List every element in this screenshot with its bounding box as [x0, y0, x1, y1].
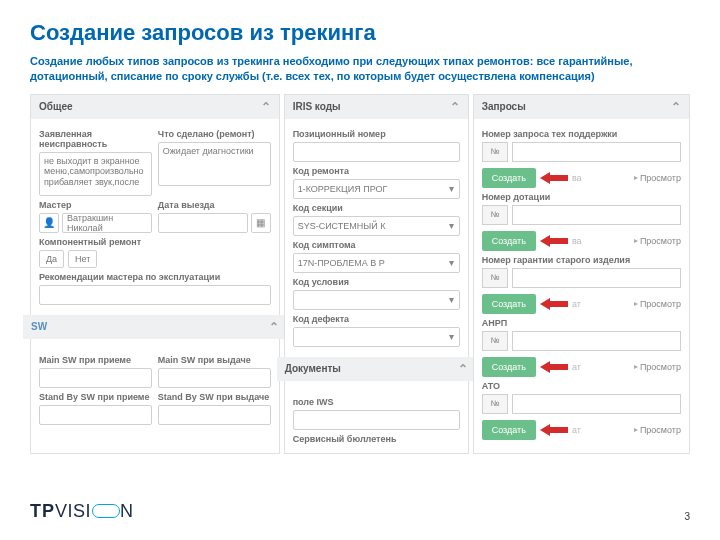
- main-sw-out-label: Main SW при выдаче: [158, 355, 271, 365]
- view-tech-link[interactable]: Просмотр: [634, 173, 681, 183]
- svg-marker-1: [540, 235, 568, 247]
- collapse-icon[interactable]: ⌃: [458, 362, 468, 376]
- annotation-arrow-icon: [540, 233, 568, 249]
- annotation-arrow-icon: [540, 359, 568, 375]
- recommendations-input[interactable]: [39, 285, 271, 305]
- view-anrp-link[interactable]: Просмотр: [634, 362, 681, 372]
- general-header[interactable]: Общее ⌃: [31, 95, 279, 119]
- page-title: Создание запросов из трекинга: [30, 20, 690, 46]
- collapse-icon[interactable]: ⌃: [269, 320, 279, 334]
- subsidy-number-input[interactable]: [512, 205, 681, 225]
- num-label: №: [482, 142, 508, 162]
- anrp-number-input[interactable]: [512, 331, 681, 351]
- repair-code-label: Код ремонта: [293, 166, 460, 176]
- fault-textarea[interactable]: не выходит в экранное меню,самопроизволь…: [39, 152, 152, 196]
- annotation-arrow-icon: [540, 422, 568, 438]
- subsidy-label: Номер дотации: [482, 192, 681, 202]
- create-ato-button[interactable]: Создать: [482, 420, 536, 440]
- date-label: Дата выезда: [158, 200, 271, 210]
- main-sw-in-label: Main SW при приеме: [39, 355, 152, 365]
- user-icon[interactable]: 👤: [39, 213, 59, 233]
- brand-logo: TPVISIN: [30, 501, 134, 522]
- page-subtitle: Создание любых типов запросов из трекинг…: [30, 54, 690, 84]
- tech-number-input[interactable]: [512, 142, 681, 162]
- main-sw-in-input[interactable]: [39, 368, 152, 388]
- tracking-form: Общее ⌃ Заявленная неисправность не выхо…: [30, 94, 690, 454]
- fault-label: Заявленная неисправность: [39, 129, 152, 149]
- condition-code-label: Код условия: [293, 277, 460, 287]
- view-ato-link[interactable]: Просмотр: [634, 425, 681, 435]
- standby-sw-in-label: Stand By SW при приеме: [39, 392, 152, 402]
- warranty-old-number-input[interactable]: [512, 268, 681, 288]
- anrp-label: АНРП: [482, 318, 681, 328]
- create-warranty-old-button[interactable]: Создать: [482, 294, 536, 314]
- pos-input[interactable]: [293, 142, 460, 162]
- calendar-icon[interactable]: ▦: [251, 213, 271, 233]
- collapse-icon[interactable]: ⌃: [671, 100, 681, 114]
- svg-marker-0: [540, 172, 568, 184]
- view-subsidy-link[interactable]: Просмотр: [634, 236, 681, 246]
- num-label: №: [482, 268, 508, 288]
- requests-header[interactable]: Запросы ⌃: [474, 95, 689, 119]
- done-label: Что сделано (ремонт): [158, 129, 271, 139]
- condition-code-select[interactable]: [293, 290, 460, 310]
- iws-label: поле IWS: [293, 397, 460, 407]
- pos-label: Позиционный номер: [293, 129, 460, 139]
- standby-sw-out-input[interactable]: [158, 405, 271, 425]
- standby-sw-in-input[interactable]: [39, 405, 152, 425]
- documents-header[interactable]: Документы ⌃: [277, 357, 476, 381]
- section-code-select[interactable]: SYS-СИСТЕМНЫЙ К: [293, 216, 460, 236]
- symptom-code-label: Код симптома: [293, 240, 460, 250]
- num-label: №: [482, 205, 508, 225]
- master-label: Мастер: [39, 200, 152, 210]
- component-yes-button[interactable]: Да: [39, 250, 64, 268]
- recommendations-label: Рекомендации мастера по эксплуатации: [39, 272, 271, 282]
- create-subsidy-button[interactable]: Создать: [482, 231, 536, 251]
- col-iris: IRIS коды ⌃ Позиционный номер Код ремонт…: [284, 94, 469, 454]
- create-anrp-button[interactable]: Создать: [482, 357, 536, 377]
- view-warranty-old-link[interactable]: Просмотр: [634, 299, 681, 309]
- ato-number-input[interactable]: [512, 394, 681, 414]
- annotation-arrow-icon: [540, 296, 568, 312]
- done-textarea[interactable]: Ожидает диагностики: [158, 142, 271, 186]
- create-tech-button[interactable]: Создать: [482, 168, 536, 188]
- standby-sw-out-label: Stand By SW при выдаче: [158, 392, 271, 402]
- tech-label: Номер запроса тех поддержки: [482, 129, 681, 139]
- collapse-icon[interactable]: ⌃: [261, 100, 271, 114]
- ato-label: АТО: [482, 381, 681, 391]
- col-general: Общее ⌃ Заявленная неисправность не выхо…: [30, 94, 280, 454]
- svg-marker-4: [540, 424, 568, 436]
- num-label: №: [482, 394, 508, 414]
- section-code-label: Код секции: [293, 203, 460, 213]
- warranty-old-label: Номер гарантии старого изделия: [482, 255, 681, 265]
- sb-label: Сервисный бюллетень: [293, 434, 460, 444]
- col-requests: Запросы ⌃ Номер запроса тех поддержки № …: [473, 94, 690, 454]
- sw-header[interactable]: SW ⌃: [23, 315, 287, 339]
- svg-marker-2: [540, 298, 568, 310]
- repair-code-select[interactable]: 1-КОРРЕКЦИЯ ПРОГ: [293, 179, 460, 199]
- iws-input[interactable]: [293, 410, 460, 430]
- main-sw-out-input[interactable]: [158, 368, 271, 388]
- collapse-icon[interactable]: ⌃: [450, 100, 460, 114]
- component-label: Компонентный ремонт: [39, 237, 271, 247]
- component-no-button[interactable]: Нет: [68, 250, 97, 268]
- date-input[interactable]: [158, 213, 248, 233]
- num-label: №: [482, 331, 508, 351]
- page-number: 3: [684, 511, 690, 522]
- svg-marker-3: [540, 361, 568, 373]
- defect-code-label: Код дефекта: [293, 314, 460, 324]
- symptom-code-select[interactable]: 17N-ПРОБЛЕМА В Р: [293, 253, 460, 273]
- annotation-arrow-icon: [540, 170, 568, 186]
- master-input[interactable]: Ватракшин Николай: [62, 213, 152, 233]
- defect-code-select[interactable]: [293, 327, 460, 347]
- iris-header[interactable]: IRIS коды ⌃: [285, 95, 468, 119]
